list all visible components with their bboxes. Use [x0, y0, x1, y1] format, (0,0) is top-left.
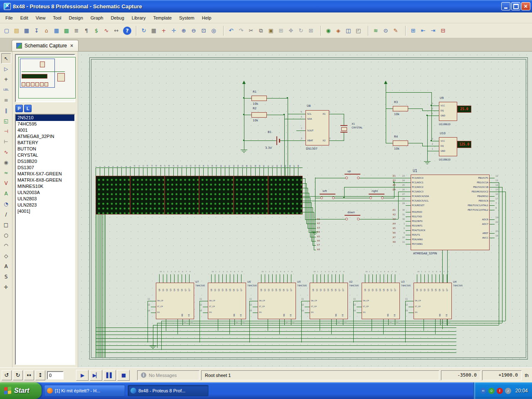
start-button[interactable]: Start [0, 382, 42, 399]
crystal[interactable] [341, 127, 347, 131]
security-icon[interactable]: ! [497, 388, 503, 394]
menu-library[interactable]: Library [128, 14, 150, 22]
resistor[interactable] [251, 96, 267, 101]
stop-button[interactable]: ■ [117, 370, 130, 381]
home-page-button[interactable]: ⌂ [42, 26, 52, 36]
mirror-vertical-button[interactable]: ↕ [35, 370, 45, 380]
block-rotate-button[interactable]: ↻ [296, 26, 306, 36]
2d-arc-mode-button[interactable]: ◠ [1, 240, 11, 251]
open-project-button[interactable]: ▤ [12, 26, 22, 36]
menu-graph[interactable]: Graph [87, 14, 107, 22]
rotate-anticlockwise-button[interactable]: ↺ [2, 370, 12, 380]
simulation-analysis-button[interactable]: ∿ [101, 26, 111, 36]
resistor[interactable] [393, 140, 408, 146]
task-button[interactable]: 8x48 - Proteus 8 Prof... [128, 385, 209, 397]
new-project-button[interactable]: ▢ [2, 26, 12, 36]
rotation-angle-input[interactable] [47, 371, 64, 379]
menu-edit[interactable]: Edit [17, 14, 32, 22]
hide-icons-chevron[interactable]: ‹‹ [480, 388, 486, 394]
pcb-layout-button[interactable]: ▩ [62, 26, 71, 36]
led-matrix-block[interactable] [130, 176, 165, 214]
new-root-sheet-button[interactable]: ⊞ [408, 26, 418, 36]
tab-close-icon[interactable] [69, 43, 74, 49]
led-matrix-block[interactable] [234, 176, 268, 214]
device-list-item[interactable]: MINRES10K [16, 183, 74, 190]
previous-sheet-button[interactable]: ⇤ [418, 26, 428, 36]
refresh-display-button[interactable]: ↻ [139, 26, 149, 36]
selection-mode-button[interactable]: ↖ [1, 53, 11, 64]
decompose-button[interactable]: ◰ [353, 26, 363, 36]
menu-system[interactable]: System [175, 14, 198, 22]
block-move-button[interactable]: ✥ [286, 26, 296, 36]
device-list-item[interactable]: MATRIX-5X7-GREEN [16, 171, 74, 177]
wire-autorouter-button[interactable]: ≋ [371, 26, 381, 36]
menu-file[interactable]: File [2, 14, 17, 22]
device-list-item[interactable]: ULN2003A [16, 190, 74, 196]
search-and-tag-button[interactable]: ⊙ [381, 26, 391, 36]
property-assignment-tool-button[interactable]: ✎ [391, 26, 401, 36]
measure-tool-button[interactable]: ↔ [111, 26, 121, 36]
step-button[interactable]: ▶▏ [90, 370, 102, 381]
resistor[interactable] [251, 112, 267, 118]
device-list-item[interactable]: DS1307 [16, 165, 74, 171]
set-origin-button[interactable]: + [159, 26, 169, 36]
device-list-item[interactable]: ULN2803 [16, 196, 74, 202]
minimize-button[interactable] [501, 2, 510, 10]
pan-view-button[interactable]: ✛ [169, 26, 179, 36]
device-list-item[interactable]: [4001] [16, 208, 74, 214]
2d-symbol-mode-button[interactable]: S [1, 271, 11, 282]
menu-debug[interactable]: Debug [107, 14, 128, 22]
zoom-in-button[interactable]: ⊕ [179, 26, 189, 36]
menu-tool[interactable]: Tool [49, 14, 65, 22]
overview-panel[interactable] [15, 54, 75, 102]
device-list-item[interactable]: BATTERY [16, 140, 74, 146]
maximize-button[interactable] [511, 2, 520, 10]
device-list-item[interactable]: BUTTON [16, 146, 74, 152]
voltage-probe-mode-button[interactable]: V [1, 178, 11, 188]
schematic-canvas[interactable]: R110kR210kR310kR410kB13.3VX1CRYSTALU8DS1… [78, 52, 532, 367]
task-button[interactable]: [1] Ki mit épített? - H... [44, 385, 125, 397]
toggle-grid-button[interactable]: ▦ [149, 26, 159, 36]
terminals-mode-button[interactable]: ⊣ [1, 126, 11, 136]
undo-button[interactable]: ↶ [226, 26, 236, 36]
pick-devices-button[interactable]: P [15, 105, 23, 112]
play-button[interactable]: ▶ [76, 370, 89, 381]
2d-text-mode-button[interactable]: A [1, 261, 11, 271]
copy-button[interactable]: ⧉ [256, 26, 266, 36]
led-matrix-block[interactable] [165, 176, 199, 214]
device-list-item[interactable]: ATMEGA8_32PIN [16, 133, 74, 140]
mirror-horizontal-button[interactable]: ↔ [24, 370, 34, 380]
led-matrix-block[interactable] [96, 176, 130, 214]
help-button[interactable]: ? [123, 27, 131, 35]
save-project-button[interactable]: ▦ [22, 26, 32, 36]
virtual-instruments-mode-button[interactable]: ◔ [1, 199, 11, 209]
pause-button[interactable]: ▌▌ [103, 370, 116, 381]
device-list-item[interactable]: DS18B20 [16, 158, 74, 165]
menu-view[interactable]: View [32, 14, 49, 22]
2d-box-mode-button[interactable]: □ [1, 219, 11, 230]
led-matrix-block[interactable] [268, 176, 303, 214]
menu-design[interactable]: Design [65, 14, 87, 22]
volume-icon[interactable]: ♪ [505, 388, 511, 394]
2d-marker-mode-button[interactable]: ✛ [1, 282, 11, 292]
close-button[interactable] [521, 2, 530, 10]
tape-recorder-mode-button[interactable]: ◉ [1, 157, 11, 167]
zoom-out-button[interactable]: ⊖ [189, 26, 199, 36]
paste-button[interactable]: ▣ [266, 26, 276, 36]
menu-help[interactable]: Help [198, 14, 215, 22]
cut-button[interactable]: ✂ [246, 26, 256, 36]
block-delete-button[interactable]: ⊠ [306, 26, 316, 36]
tab-schematic-capture[interactable]: Schematic Capture [12, 40, 79, 51]
device-list-item[interactable]: 4001 [16, 127, 74, 133]
buses-mode-button[interactable]: ∥ [1, 105, 11, 116]
generator-mode-button[interactable]: ≈ [1, 167, 11, 178]
source-code-button[interactable]: ¶ [81, 26, 91, 36]
remove-sheet-button[interactable]: ⊟ [438, 26, 448, 36]
schematic-capture-button[interactable]: ▦ [52, 26, 62, 36]
redo-button[interactable]: ↷ [236, 26, 246, 36]
make-device-button[interactable]: ◈ [333, 26, 343, 36]
resistor[interactable] [393, 106, 408, 111]
import-project-button[interactable]: ↧ [32, 26, 42, 36]
design-explorer-button[interactable]: ≣ [71, 26, 81, 36]
device-list-item[interactable]: MATRIX-8X8-GREEN [16, 177, 74, 183]
